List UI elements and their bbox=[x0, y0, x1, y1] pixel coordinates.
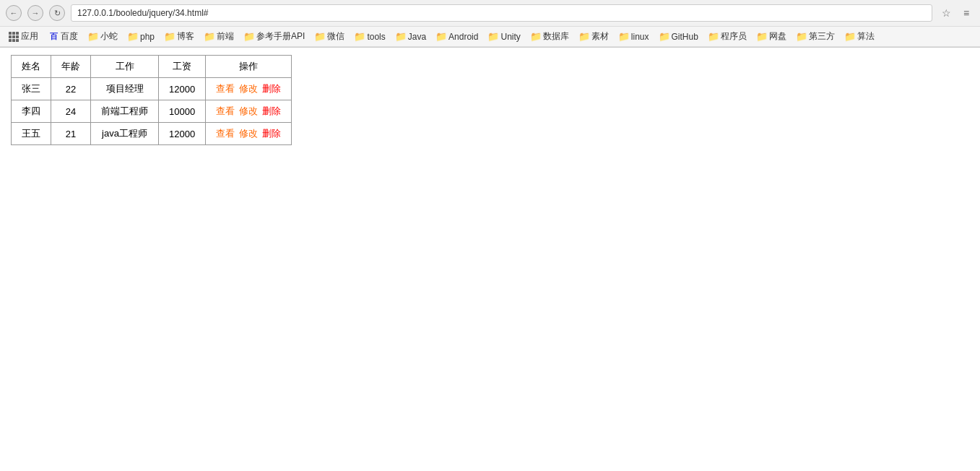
nav-bar: ← → ↻ ☆ ≡ bbox=[0, 0, 980, 27]
reload-button[interactable]: ↻ bbox=[49, 5, 65, 21]
page-content: 姓名年龄工作工资操作 张三22项目经理12000查看修改删除李四24前端工程师1… bbox=[0, 48, 980, 152]
folder-icon: 📁 bbox=[355, 32, 365, 42]
table-cell-age: 24 bbox=[51, 100, 91, 123]
nav-icons: ☆ ≡ bbox=[938, 5, 974, 21]
table-cell-job: 项目经理 bbox=[91, 78, 159, 100]
bookmark-label: 前端 bbox=[217, 30, 234, 43]
delete-link[interactable]: 删除 bbox=[262, 105, 281, 118]
edit-link[interactable]: 修改 bbox=[239, 82, 258, 95]
bookmark-item-博客[interactable]: 📁博客 bbox=[160, 29, 199, 44]
table-cell-actions: 查看修改删除 bbox=[206, 78, 292, 100]
folder-icon: 📁 bbox=[244, 32, 254, 42]
bookmark-item-第三方[interactable]: 📁第三方 bbox=[792, 29, 839, 44]
view-link[interactable]: 查看 bbox=[216, 105, 235, 118]
bookmark-item-参考手册API[interactable]: 📁参考手册API bbox=[240, 29, 309, 44]
browser-chrome: ← → ↻ ☆ ≡ 应用百百度📁小蛇📁php📁博客📁前端📁参考手册API📁微信📁… bbox=[0, 0, 980, 48]
data-table: 姓名年龄工作工资操作 张三22项目经理12000查看修改删除李四24前端工程师1… bbox=[11, 55, 292, 145]
table-header: 操作 bbox=[206, 56, 292, 78]
bookmark-label: GitHub bbox=[672, 32, 698, 42]
view-link[interactable]: 查看 bbox=[216, 82, 235, 95]
table-cell-salary: 12000 bbox=[159, 78, 206, 100]
folder-icon: 📁 bbox=[165, 32, 175, 42]
table-row: 张三22项目经理12000查看修改删除 bbox=[12, 78, 292, 100]
bookmark-item-php[interactable]: 📁php bbox=[123, 30, 159, 43]
bookmark-label: 程序员 bbox=[721, 30, 747, 43]
table-cell-name: 张三 bbox=[12, 78, 51, 100]
bookmark-label: tools bbox=[367, 32, 385, 42]
delete-link[interactable]: 删除 bbox=[262, 82, 281, 95]
table-cell-salary: 10000 bbox=[159, 100, 206, 123]
bookmark-item-素材[interactable]: 📁素材 bbox=[575, 29, 613, 44]
folder-icon: 📁 bbox=[659, 32, 669, 42]
address-bar[interactable] bbox=[71, 4, 932, 22]
table-cell-job: java工程师 bbox=[91, 123, 159, 145]
bookmark-item-tools[interactable]: 📁tools bbox=[350, 30, 389, 43]
bookmark-item-网盘[interactable]: 📁网盘 bbox=[753, 29, 791, 44]
bookmark-item-Unity[interactable]: 📁Unity bbox=[484, 30, 524, 43]
bookmark-item-数据库[interactable]: 📁数据库 bbox=[526, 29, 573, 44]
bookmarks-bar: 应用百百度📁小蛇📁php📁博客📁前端📁参考手册API📁微信📁tools📁Java… bbox=[0, 27, 980, 47]
folder-icon: 📁 bbox=[396, 32, 406, 42]
star-icon[interactable]: ☆ bbox=[938, 5, 954, 21]
bookmark-label: 素材 bbox=[591, 30, 609, 43]
table-row: 李四24前端工程师10000查看修改删除 bbox=[12, 100, 292, 123]
table-cell-age: 22 bbox=[51, 78, 91, 100]
menu-icon[interactable]: ≡ bbox=[958, 5, 974, 21]
table-cell-actions: 查看修改删除 bbox=[206, 100, 292, 123]
bookmark-item-百度[interactable]: 百百度 bbox=[44, 29, 82, 44]
view-link[interactable]: 查看 bbox=[216, 127, 235, 140]
edit-link[interactable]: 修改 bbox=[239, 105, 258, 118]
bookmark-label: Android bbox=[448, 32, 478, 42]
table-header: 工作 bbox=[91, 56, 159, 78]
bookmark-item-GitHub[interactable]: 📁GitHub bbox=[655, 30, 703, 43]
folder-icon: 📁 bbox=[315, 32, 325, 42]
folder-icon: 📁 bbox=[488, 32, 498, 42]
table-header: 姓名 bbox=[12, 56, 51, 78]
bookmark-label: php bbox=[140, 32, 155, 42]
bookmark-item-小蛇[interactable]: 📁小蛇 bbox=[84, 29, 122, 44]
bookmark-item-Java[interactable]: 📁Java bbox=[391, 30, 430, 43]
bookmark-label: 博客 bbox=[177, 30, 194, 43]
table-cell-actions: 查看修改删除 bbox=[206, 123, 292, 145]
bookmark-item-linux[interactable]: 📁linux bbox=[615, 30, 654, 43]
folder-icon: 📁 bbox=[204, 32, 214, 42]
folder-icon: 📁 bbox=[436, 32, 446, 42]
baidu-icon: 百 bbox=[48, 32, 58, 42]
bookmark-item-Android[interactable]: 📁Android bbox=[432, 30, 482, 43]
bookmark-item-前端[interactable]: 📁前端 bbox=[200, 29, 238, 44]
table-cell-name: 李四 bbox=[12, 100, 51, 123]
table-row: 王五21java工程师12000查看修改删除 bbox=[12, 123, 292, 145]
forward-button[interactable]: → bbox=[27, 5, 43, 21]
delete-link[interactable]: 删除 bbox=[262, 127, 281, 140]
bookmark-label: Unity bbox=[500, 32, 520, 42]
bookmark-label: 微信 bbox=[327, 30, 344, 43]
folder-icon: 📁 bbox=[845, 32, 855, 42]
folder-icon: 📁 bbox=[579, 32, 589, 42]
table-cell-job: 前端工程师 bbox=[91, 100, 159, 123]
folder-icon: 📁 bbox=[797, 32, 807, 42]
folder-icon: 📁 bbox=[757, 32, 767, 42]
bookmark-label: 算法 bbox=[857, 30, 875, 43]
table-cell-salary: 12000 bbox=[159, 123, 206, 145]
folder-icon: 📁 bbox=[619, 32, 629, 42]
back-button[interactable]: ← bbox=[6, 5, 22, 21]
folder-icon: 📁 bbox=[88, 32, 98, 42]
table-cell-name: 王五 bbox=[12, 123, 51, 145]
bookmark-label: 网盘 bbox=[769, 30, 786, 43]
bookmark-label: 第三方 bbox=[809, 30, 835, 43]
bookmark-label: 应用 bbox=[21, 30, 38, 43]
bookmark-item-微信[interactable]: 📁微信 bbox=[311, 29, 349, 44]
bookmark-label: Java bbox=[408, 32, 426, 42]
bookmark-label: linux bbox=[631, 32, 649, 42]
bookmark-label: 参考手册API bbox=[256, 30, 305, 43]
bookmark-label: 小蛇 bbox=[100, 30, 118, 43]
bookmark-label: 百度 bbox=[61, 30, 78, 43]
edit-link[interactable]: 修改 bbox=[239, 127, 258, 140]
folder-icon: 📁 bbox=[708, 32, 719, 42]
bookmark-item-应用[interactable]: 应用 bbox=[4, 29, 43, 44]
bookmark-item-算法[interactable]: 📁算法 bbox=[841, 29, 879, 44]
bookmark-item-程序员[interactable]: 📁程序员 bbox=[704, 29, 751, 44]
folder-icon: 📁 bbox=[128, 32, 138, 42]
apps-icon bbox=[9, 32, 19, 42]
folder-icon: 📁 bbox=[531, 32, 541, 42]
